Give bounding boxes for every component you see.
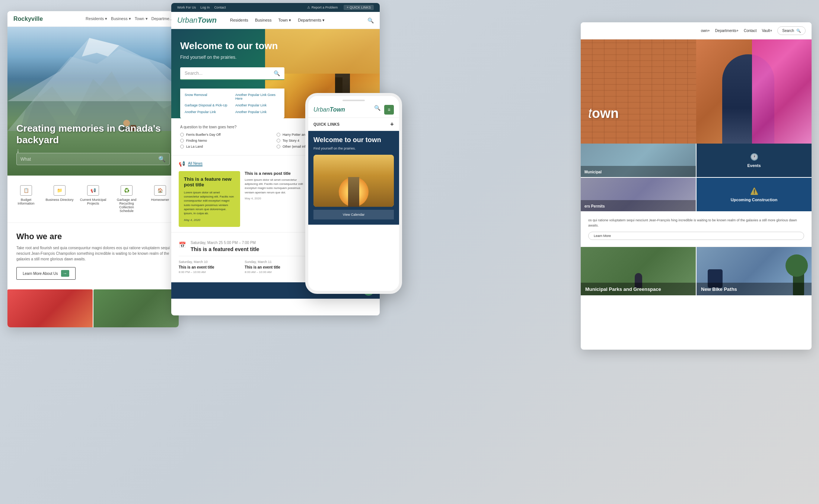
event-2[interactable]: Sunday, March 11 This is an event title … [245,260,306,278]
ql-garbage[interactable]: ♻️ Garbage and Recycling Collection Sche… [111,182,142,216]
dropdown-item-2[interactable]: Garbage Disposal & Pick-Up [185,103,229,108]
rockyville-card: Rockyville Residents ▾ Business ▾ Town ▾… [7,11,179,327]
who-text: Take root and flourish sed quia consequu… [16,245,170,262]
news1-title: This is a news post title [245,171,306,176]
ql-events[interactable]: 🕐 Events [697,144,812,177]
road [348,177,359,207]
learn-more-button[interactable]: Learn More [588,232,804,240]
tab-all-news[interactable]: All News [188,161,203,166]
dropdown-item-1[interactable]: Snow Removal [185,92,229,101]
feature-date: May 4, 2020 [184,218,235,222]
mobile-notch [342,100,365,101]
nav-contact[interactable]: Contact [744,29,756,33]
mobile-menu-icon[interactable]: ≡ [384,105,394,115]
who-text-block: os qui ratione voluptatem sequi nesciunt… [588,218,804,240]
dropdown-item-6[interactable]: Another Popular Link [235,109,280,115]
mobile-logo: UrbanTown [313,106,345,113]
photo-parks[interactable]: Municipal Parks and Greenspace [581,247,696,295]
search-btn-label: Search [782,29,794,33]
nav-vault[interactable]: Vault+ [762,29,772,33]
nav-departments[interactable]: Departments ▾ [298,18,325,23]
search-icon[interactable]: 🔍 [274,70,280,76]
report-problem[interactable]: ⚠ Report a Problem [307,6,338,9]
hero-search[interactable]: 🔍 [16,153,170,165]
mobile-search-icon[interactable]: 🔍 [374,105,380,115]
topbar-links: Work For Us Log In Contact [177,6,226,9]
ql-business[interactable]: 📁 Business Directory [44,182,75,216]
mobile-topbar [308,96,399,103]
feature-post[interactable]: This is a feature new post title Lorem i… [179,171,240,227]
nav-search-icon[interactable]: 🔍 [367,17,374,23]
search-icon[interactable]: 🔍 [158,155,166,163]
nav-business[interactable]: Business ▾ [111,16,131,21]
ev2-time: 8:00 AM – 10:00 AM [245,270,306,274]
search-input[interactable] [20,157,158,162]
topbar-contact[interactable]: Contact [214,6,226,9]
hero-flowers [752,39,812,144]
mobile-hero-image [313,155,394,207]
quick-links-btn[interactable]: + QUICK LINKS [344,5,374,10]
dropdown-item-3[interactable]: Another Popular Link [185,109,229,115]
photo-bike[interactable]: New Bike Paths [697,247,812,295]
ql-business-label: Business Directory [45,198,73,202]
mobile-hero-heading: Welcome to our town [313,136,394,144]
municipal-icon: 📢 [87,185,99,196]
nav-departments[interactable]: Departme... [152,16,173,21]
search-input[interactable] [185,71,271,76]
dropdown-item-4[interactable]: Another Popular Link Goes Here [235,92,280,101]
topbar-login[interactable]: Log In [200,6,210,9]
event-1[interactable]: Saturday, March 10 This is an event titl… [179,260,240,278]
ut-nav-links: Residents Business Town ▾ Departments ▾ [230,18,325,23]
nav-residents[interactable]: Residents ▾ [86,16,107,21]
featured-event-info: Saturday, March 25 5:00 PM – 7:00 PM Thi… [191,241,259,252]
ql-permits[interactable]: ers Permits [581,178,696,211]
radio-1[interactable] [180,133,184,137]
municipal-label: Municipal [584,170,602,174]
ql-municipal[interactable]: Municipal [581,144,696,177]
who-section: Who we are Take root and flourish sed qu… [7,223,179,286]
ql-municipal[interactable]: 📢 Current Municipal Projects [77,182,109,216]
nav-residents[interactable]: Residents [230,18,248,23]
bike-label: New Bike Paths [701,286,737,292]
hero-search-box[interactable]: 🔍 [180,67,284,80]
nav-town[interactable]: Town ▾ [278,18,291,23]
mobile-quick-links: QUICK LINKS + [308,118,399,131]
view-calendar-button[interactable]: View Calendar [313,210,394,219]
add-quick-link-button[interactable]: + [390,121,394,128]
radio-5[interactable] [180,145,184,148]
nav-business[interactable]: Business [255,18,272,23]
topbar-workforus[interactable]: Work For Us [177,6,196,9]
radio-6[interactable] [277,145,280,148]
ev1-time: 8:00 PM – 10:00 AM [179,270,240,274]
dropdown-grid: Snow Removal Another Popular Link Goes H… [185,92,280,115]
dropdown-item-5[interactable]: Another Popular Link [235,103,280,108]
bike-label-overlay: New Bike Paths [697,283,812,295]
nav-town[interactable]: own+ [701,29,710,33]
survey-opt-5[interactable]: La La Land [180,145,274,148]
rockyville-hero-text: Creating memories in Canada's backyard [16,123,179,146]
rs-bottom-photos: Municipal Parks and Greenspace New Bike … [581,247,812,295]
radio-4[interactable] [277,139,280,142]
news-post-1[interactable]: This is a news post title Lorem ipsum do… [245,171,306,227]
nav-departments[interactable]: Departments+ [715,29,739,33]
ut-nav: UrbanTown Residents Business Town ▾ Depa… [171,12,380,29]
search-button[interactable]: Search 🔍 [777,26,806,35]
nav-town[interactable]: Town ▾ [135,16,148,21]
ql-upcoming-construction[interactable]: ⚠️ Upcoming Construction [697,178,812,211]
ev2-title: This is an event title [245,265,306,269]
survey-opt-1[interactable]: Ferris Bueller's Day Off [180,133,274,137]
hero-content: Welcome to our town Find yourself on the… [180,40,284,80]
ql-garbage-label: Garbage and Recycling Collection Schedul… [112,198,141,213]
photo-park [93,289,179,327]
ql-municipal-label: Current Municipal Projects [79,198,107,205]
radio-3[interactable] [180,139,184,142]
report-icon: ⚠ [307,6,310,9]
ql-budget[interactable]: 📋 Budget Information [10,182,42,216]
mobile-hero: Welcome to our town Find yourself on the… [308,131,399,225]
learn-more-button[interactable]: Learn More About Us → [16,267,76,280]
tree-top [785,254,808,277]
survey-opt-3[interactable]: Finding Nemo [180,139,274,142]
permits-overlay: ers Permits [581,200,696,211]
bottom-photos [7,289,179,327]
radio-2[interactable] [277,133,280,137]
